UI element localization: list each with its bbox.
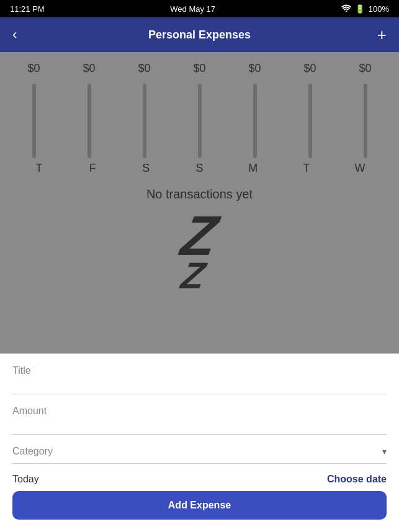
bar-2 bbox=[143, 84, 146, 158]
back-button[interactable]: ‹ bbox=[12, 27, 32, 43]
bar-chart: $0 $0 $0 $0 $0 $0 $0 bbox=[0, 52, 399, 181]
bar-day-2: S bbox=[127, 162, 164, 175]
bar-wrapper-0 bbox=[16, 84, 53, 158]
battery-percent: 100% bbox=[369, 4, 389, 14]
svg-point-0 bbox=[346, 11, 347, 12]
today-label: Today bbox=[12, 474, 39, 485]
bar-1 bbox=[87, 84, 91, 158]
bar-value-5: $0 bbox=[292, 62, 329, 75]
bar-day-0: T bbox=[20, 162, 58, 175]
bar-value-0: $0 bbox=[16, 62, 53, 75]
form-area: Title Amount Category ▾ Today Choose dat… bbox=[0, 353, 399, 532]
bars-container bbox=[6, 78, 393, 158]
bar-wrapper-2 bbox=[126, 84, 163, 158]
category-field[interactable]: Category ▾ bbox=[12, 435, 387, 464]
title-field: Title bbox=[12, 354, 387, 394]
bar-0 bbox=[32, 84, 36, 158]
status-bar: 11:21 PM Wed May 17 🔋 100% bbox=[0, 0, 399, 17]
bar-day-6: W bbox=[341, 162, 379, 175]
bar-wrapper-3 bbox=[181, 84, 218, 158]
bar-day-5: T bbox=[288, 162, 325, 175]
status-right: 🔋 100% bbox=[341, 4, 389, 14]
battery-icon: 🔋 bbox=[355, 4, 365, 14]
bar-value-3: $0 bbox=[181, 62, 218, 75]
bar-value-1: $0 bbox=[71, 62, 108, 75]
page-title: Personal Expenses bbox=[148, 29, 251, 42]
amount-field: Amount bbox=[12, 394, 387, 435]
bar-6 bbox=[364, 84, 367, 158]
no-transactions-text: No transactions yet bbox=[146, 187, 253, 202]
chevron-down-icon: ▾ bbox=[382, 446, 387, 456]
chart-area: $0 $0 $0 $0 $0 $0 $0 bbox=[0, 52, 399, 353]
title-input[interactable] bbox=[12, 376, 387, 388]
bar-value-4: $0 bbox=[236, 62, 274, 75]
bar-wrapper-1 bbox=[71, 84, 108, 158]
amount-label: Amount bbox=[12, 406, 47, 416]
add-expense-button[interactable]: Add Expense bbox=[12, 491, 387, 520]
bar-3 bbox=[198, 84, 202, 158]
app-container: ‹ Personal Expenses + $0 $0 $0 $0 $0 $0 … bbox=[0, 17, 399, 532]
bar-values: $0 $0 $0 $0 $0 $0 $0 bbox=[6, 62, 393, 75]
bar-4 bbox=[253, 84, 257, 158]
bar-5 bbox=[308, 84, 312, 158]
bar-value-2: $0 bbox=[126, 62, 163, 75]
add-button[interactable]: + bbox=[367, 25, 387, 45]
choose-date-button[interactable]: Choose date bbox=[327, 474, 387, 485]
form-footer: Today Choose date bbox=[12, 464, 387, 485]
bar-day-labels: T F S S M T W bbox=[6, 158, 393, 181]
bar-wrapper-4 bbox=[236, 84, 274, 158]
bar-value-6: $0 bbox=[347, 62, 384, 75]
bar-wrapper-6 bbox=[347, 84, 384, 158]
bar-day-1: F bbox=[74, 162, 111, 175]
bar-wrapper-5 bbox=[292, 84, 329, 158]
no-transactions: No transactions yet Z Z bbox=[0, 181, 399, 353]
bar-day-4: M bbox=[235, 162, 272, 175]
status-date: Wed May 17 bbox=[170, 4, 215, 14]
title-label: Title bbox=[12, 365, 31, 376]
status-time: 11:21 PM bbox=[10, 4, 45, 14]
wifi-icon bbox=[341, 4, 351, 14]
bar-day-3: S bbox=[181, 162, 218, 175]
category-label: Category bbox=[12, 446, 53, 457]
amount-input[interactable] bbox=[12, 417, 387, 428]
header: ‹ Personal Expenses + bbox=[0, 17, 399, 52]
zzz-graphic: Z Z bbox=[182, 208, 217, 295]
